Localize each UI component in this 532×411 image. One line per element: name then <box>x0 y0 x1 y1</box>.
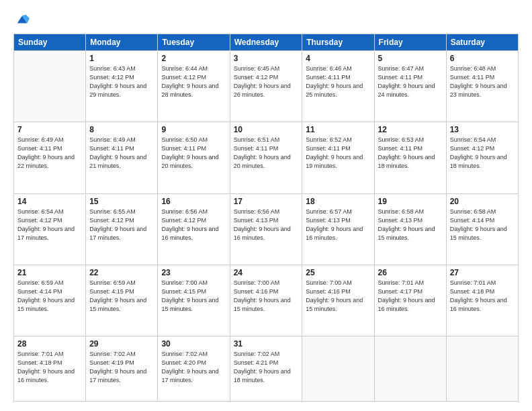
day-number: 9 <box>161 125 226 134</box>
daylight-text: Daylight: 9 hours and 16 minutes. <box>450 297 507 312</box>
day-info: Sunrise: 6:55 AMSunset: 4:12 PMDaylight:… <box>89 208 154 242</box>
calendar-week-1: 1Sunrise: 6:43 AMSunset: 4:12 PMDaylight… <box>14 51 519 122</box>
calendar-cell: 29Sunrise: 7:02 AMSunset: 4:19 PMDayligh… <box>86 336 158 402</box>
daylight-text: Daylight: 9 hours and 18 minutes. <box>450 154 507 169</box>
sunrise-text: Sunrise: 6:50 AM <box>161 136 208 143</box>
calendar-cell: 20Sunrise: 6:58 AMSunset: 4:14 PMDayligh… <box>446 193 518 265</box>
daylight-text: Daylight: 9 hours and 28 minutes. <box>161 83 218 98</box>
sunset-text: Sunset: 4:11 PM <box>306 145 351 152</box>
calendar-cell: 2Sunrise: 6:44 AMSunset: 4:12 PMDaylight… <box>158 51 230 122</box>
daylight-text: Daylight: 9 hours and 18 minutes. <box>234 368 291 383</box>
day-info: Sunrise: 6:59 AMSunset: 4:15 PMDaylight:… <box>89 279 154 314</box>
calendar-cell: 27Sunrise: 7:01 AMSunset: 4:18 PMDayligh… <box>446 265 518 336</box>
day-number: 2 <box>161 54 226 63</box>
day-number: 21 <box>17 268 82 277</box>
calendar-cell: 3Sunrise: 6:45 AMSunset: 4:12 PMDaylight… <box>230 51 302 122</box>
day-info: Sunrise: 6:48 AMSunset: 4:11 PMDaylight:… <box>450 64 515 99</box>
sunset-text: Sunset: 4:11 PM <box>450 74 495 81</box>
sunset-text: Sunset: 4:12 PM <box>161 74 206 81</box>
day-info: Sunrise: 7:01 AMSunset: 4:18 PMDaylight:… <box>450 279 515 314</box>
day-info: Sunrise: 7:00 AMSunset: 4:16 PMDaylight:… <box>234 279 299 314</box>
sunset-text: Sunset: 4:12 PM <box>161 217 206 224</box>
day-info: Sunrise: 7:02 AMSunset: 4:21 PMDaylight:… <box>234 350 299 385</box>
calendar-table: SundayMondayTuesdayWednesdayThursdayFrid… <box>13 34 519 402</box>
sunset-text: Sunset: 4:16 PM <box>306 288 351 295</box>
day-number: 18 <box>306 197 370 206</box>
day-info: Sunrise: 7:00 AMSunset: 4:15 PMDaylight:… <box>161 279 226 314</box>
sunset-text: Sunset: 4:12 PM <box>17 217 62 224</box>
sunrise-text: Sunrise: 7:00 AM <box>234 279 280 286</box>
day-info: Sunrise: 6:54 AMSunset: 4:12 PMDaylight:… <box>17 208 82 242</box>
calendar-cell: 13Sunrise: 6:54 AMSunset: 4:12 PMDayligh… <box>446 122 518 193</box>
day-info: Sunrise: 6:43 AMSunset: 4:12 PMDaylight:… <box>89 64 154 99</box>
day-number: 27 <box>450 268 515 277</box>
calendar-header-tuesday: Tuesday <box>158 34 230 51</box>
day-info: Sunrise: 6:52 AMSunset: 4:11 PMDaylight:… <box>306 136 370 171</box>
calendar-cell <box>14 51 86 122</box>
logo <box>13 15 30 27</box>
day-number: 26 <box>378 268 443 277</box>
day-number: 12 <box>378 125 443 134</box>
sunrise-text: Sunrise: 6:55 AM <box>89 208 136 215</box>
day-info: Sunrise: 6:54 AMSunset: 4:12 PMDaylight:… <box>450 136 515 171</box>
day-info: Sunrise: 6:46 AMSunset: 4:11 PMDaylight:… <box>306 64 370 99</box>
sunrise-text: Sunrise: 7:02 AM <box>234 351 280 357</box>
sunset-text: Sunset: 4:11 PM <box>378 74 423 81</box>
day-number: 7 <box>17 125 82 134</box>
day-info: Sunrise: 6:49 AMSunset: 4:11 PMDaylight:… <box>17 136 82 171</box>
day-number: 17 <box>234 197 299 206</box>
sunset-text: Sunset: 4:12 PM <box>450 145 495 152</box>
day-info: Sunrise: 7:00 AMSunset: 4:16 PMDaylight:… <box>306 279 370 314</box>
day-number: 19 <box>378 197 443 206</box>
day-number: 4 <box>306 54 370 63</box>
day-number: 23 <box>161 268 226 277</box>
sunrise-text: Sunrise: 7:01 AM <box>17 351 64 357</box>
sunrise-text: Sunrise: 6:44 AM <box>161 65 208 72</box>
day-number: 31 <box>234 339 299 349</box>
sunrise-text: Sunrise: 6:56 AM <box>234 208 280 215</box>
day-info: Sunrise: 6:51 AMSunset: 4:11 PMDaylight:… <box>234 136 299 171</box>
sunrise-text: Sunrise: 6:51 AM <box>234 136 280 143</box>
daylight-text: Daylight: 9 hours and 16 minutes. <box>234 226 291 241</box>
calendar-cell: 30Sunrise: 7:02 AMSunset: 4:20 PMDayligh… <box>158 336 230 402</box>
day-number: 20 <box>450 197 515 206</box>
day-number: 30 <box>161 339 226 349</box>
day-info: Sunrise: 6:56 AMSunset: 4:12 PMDaylight:… <box>161 208 226 242</box>
day-number: 6 <box>450 54 515 63</box>
sunrise-text: Sunrise: 6:45 AM <box>234 65 280 72</box>
day-number: 13 <box>450 125 515 134</box>
sunset-text: Sunset: 4:15 PM <box>161 288 206 295</box>
day-number: 22 <box>89 268 154 277</box>
calendar-cell: 26Sunrise: 7:01 AMSunset: 4:17 PMDayligh… <box>374 265 446 336</box>
day-number: 14 <box>17 197 82 206</box>
calendar-cell: 8Sunrise: 6:49 AMSunset: 4:11 PMDaylight… <box>86 122 158 193</box>
day-info: Sunrise: 7:02 AMSunset: 4:19 PMDaylight:… <box>89 350 154 385</box>
calendar-week-3: 14Sunrise: 6:54 AMSunset: 4:12 PMDayligh… <box>14 193 519 265</box>
calendar-cell: 1Sunrise: 6:43 AMSunset: 4:12 PMDaylight… <box>86 51 158 122</box>
sunset-text: Sunset: 4:19 PM <box>89 359 134 366</box>
calendar-cell: 11Sunrise: 6:52 AMSunset: 4:11 PMDayligh… <box>302 122 374 193</box>
calendar-cell <box>374 336 446 402</box>
day-number: 25 <box>306 268 370 277</box>
calendar-cell: 19Sunrise: 6:58 AMSunset: 4:13 PMDayligh… <box>374 193 446 265</box>
calendar-cell: 4Sunrise: 6:46 AMSunset: 4:11 PMDaylight… <box>302 51 374 122</box>
calendar-week-5: 28Sunrise: 7:01 AMSunset: 4:18 PMDayligh… <box>14 336 519 402</box>
day-info: Sunrise: 6:58 AMSunset: 4:14 PMDaylight:… <box>450 208 515 242</box>
daylight-text: Daylight: 9 hours and 18 minutes. <box>378 154 435 169</box>
calendar-header-sunday: Sunday <box>14 34 86 51</box>
calendar-cell: 18Sunrise: 6:57 AMSunset: 4:13 PMDayligh… <box>302 193 374 265</box>
sunrise-text: Sunrise: 6:53 AM <box>378 136 425 143</box>
calendar-cell: 24Sunrise: 7:00 AMSunset: 4:16 PMDayligh… <box>230 265 302 336</box>
day-number: 8 <box>89 125 154 134</box>
calendar-week-4: 21Sunrise: 6:59 AMSunset: 4:14 PMDayligh… <box>14 265 519 336</box>
sunrise-text: Sunrise: 6:59 AM <box>17 279 64 286</box>
sunrise-text: Sunrise: 6:58 AM <box>450 208 496 215</box>
day-number: 11 <box>306 125 370 134</box>
sunrise-text: Sunrise: 7:00 AM <box>306 279 352 286</box>
sunrise-text: Sunrise: 6:54 AM <box>17 208 64 215</box>
day-number: 3 <box>234 54 299 63</box>
calendar-header-thursday: Thursday <box>302 34 374 51</box>
sunrise-text: Sunrise: 6:56 AM <box>161 208 208 215</box>
calendar-cell: 28Sunrise: 7:01 AMSunset: 4:18 PMDayligh… <box>14 336 86 402</box>
day-info: Sunrise: 6:47 AMSunset: 4:11 PMDaylight:… <box>378 64 443 99</box>
